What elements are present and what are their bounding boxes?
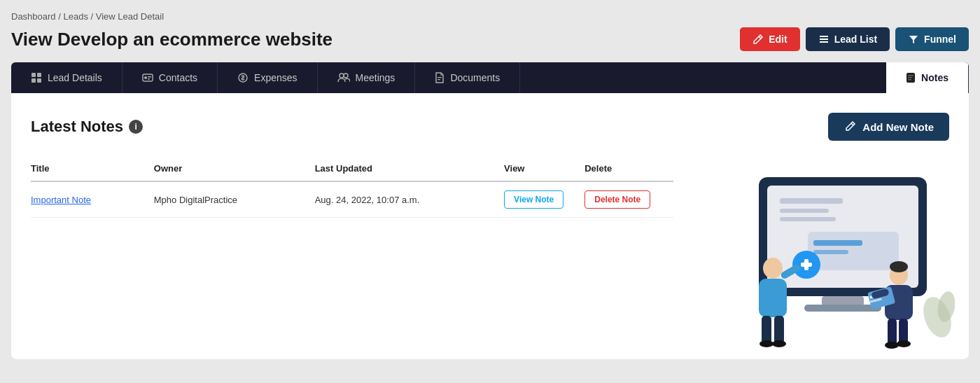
svg-rect-19 bbox=[908, 79, 911, 81]
svg-rect-49 bbox=[888, 319, 897, 345]
note-title-link[interactable]: Important Note bbox=[31, 195, 91, 205]
svg-rect-4 bbox=[37, 73, 41, 77]
svg-rect-34 bbox=[804, 259, 808, 270]
svg-rect-5 bbox=[31, 78, 36, 83]
edit-button[interactable]: Edit bbox=[740, 27, 799, 51]
tab-lead-details[interactable]: Lead Details bbox=[11, 62, 122, 93]
notes-table: Title Owner Last Updated View Delete Imp… bbox=[31, 158, 673, 218]
tab-documents[interactable]: Documents bbox=[415, 62, 520, 93]
svg-rect-17 bbox=[908, 75, 913, 76]
section-title: Latest Notes i bbox=[31, 118, 143, 136]
svg-rect-10 bbox=[148, 78, 150, 80]
breadcrumb: Dashboard / Leads / View Lead Detail bbox=[11, 11, 969, 22]
svg-rect-3 bbox=[31, 73, 36, 77]
breadcrumb-current: View Lead Detail bbox=[96, 11, 164, 22]
header-action-buttons: Edit Lead List Funnel bbox=[740, 27, 969, 51]
funnel-button[interactable]: Funnel bbox=[895, 27, 969, 51]
svg-rect-31 bbox=[804, 305, 881, 312]
svg-rect-36 bbox=[759, 279, 787, 317]
add-new-note-button[interactable]: Add New Note bbox=[828, 113, 949, 141]
svg-point-40 bbox=[760, 340, 774, 347]
info-icon: i bbox=[129, 120, 143, 134]
svg-rect-1 bbox=[820, 39, 828, 40]
funnel-icon bbox=[908, 34, 919, 45]
illustration bbox=[689, 156, 955, 359]
breadcrumb-sep1: / bbox=[58, 11, 61, 22]
doc-icon bbox=[435, 72, 444, 83]
svg-rect-18 bbox=[908, 77, 912, 78]
card-icon bbox=[142, 72, 153, 83]
svg-point-43 bbox=[890, 261, 908, 272]
svg-point-12 bbox=[340, 74, 344, 78]
tab-notes[interactable]: Notes bbox=[886, 62, 969, 93]
col-title: Title bbox=[31, 158, 154, 181]
grid-icon bbox=[31, 72, 42, 83]
svg-rect-29 bbox=[813, 250, 848, 254]
table-row: Important Note Mpho DigitalPractice Aug.… bbox=[31, 181, 673, 218]
svg-rect-2 bbox=[820, 41, 828, 43]
col-owner: Owner bbox=[154, 158, 315, 181]
note-last-updated: Aug. 24, 2022, 10:07 a.m. bbox=[315, 181, 504, 218]
svg-point-51 bbox=[885, 342, 899, 349]
main-content-card: Latest Notes i Add New Note Title Owner … bbox=[11, 93, 969, 359]
svg-point-8 bbox=[144, 76, 147, 79]
col-last-updated: Last Updated bbox=[315, 158, 504, 181]
svg-rect-14 bbox=[438, 77, 442, 78]
svg-rect-24 bbox=[780, 198, 843, 204]
col-delete: Delete bbox=[584, 158, 673, 181]
svg-point-52 bbox=[897, 340, 911, 347]
dollar-icon bbox=[237, 72, 248, 83]
tab-expenses[interactable]: Expenses bbox=[218, 62, 317, 93]
svg-rect-25 bbox=[780, 209, 829, 213]
list-icon bbox=[818, 34, 830, 45]
svg-rect-15 bbox=[438, 79, 440, 80]
tab-meetings[interactable]: Meetings bbox=[318, 62, 416, 93]
svg-rect-9 bbox=[148, 76, 151, 78]
lead-list-button[interactable]: Lead List bbox=[806, 27, 890, 51]
breadcrumb-sep2: / bbox=[91, 11, 94, 22]
tabs-bar: Lead Details Contacts Expenses Meetings bbox=[11, 62, 969, 93]
card-header: Latest Notes i Add New Note bbox=[31, 113, 949, 141]
svg-point-13 bbox=[344, 74, 348, 78]
view-note-button[interactable]: View Note bbox=[504, 190, 564, 209]
breadcrumb-leads[interactable]: Leads bbox=[63, 11, 88, 22]
people-icon bbox=[337, 72, 350, 83]
col-view: View bbox=[504, 158, 584, 181]
breadcrumb-dashboard[interactable]: Dashboard bbox=[11, 11, 56, 22]
svg-rect-38 bbox=[762, 316, 771, 344]
tab-contacts[interactable]: Contacts bbox=[122, 62, 218, 93]
svg-point-41 bbox=[772, 340, 786, 347]
svg-rect-30 bbox=[822, 296, 864, 306]
svg-rect-28 bbox=[813, 240, 862, 246]
edit-icon bbox=[752, 34, 764, 45]
page-title: View Develop an ecommerce website bbox=[11, 29, 332, 50]
svg-point-35 bbox=[763, 258, 783, 279]
note-owner: Mpho DigitalPractice bbox=[154, 181, 315, 218]
svg-rect-39 bbox=[774, 316, 784, 344]
svg-rect-0 bbox=[820, 36, 828, 37]
add-note-icon bbox=[844, 120, 856, 133]
svg-rect-26 bbox=[780, 217, 836, 221]
svg-rect-6 bbox=[37, 78, 41, 83]
delete-note-button[interactable]: Delete Note bbox=[584, 190, 650, 209]
page-header: View Develop an ecommerce website Edit L… bbox=[11, 27, 969, 51]
note-icon bbox=[906, 72, 916, 83]
